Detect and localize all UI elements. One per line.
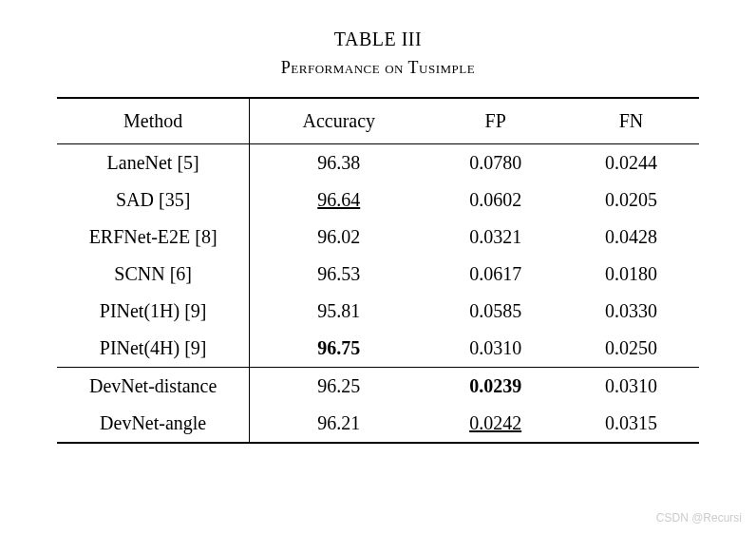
table-number: TABLE III [57, 29, 699, 50]
cell-accuracy: 96.75 [250, 330, 427, 368]
cell-method: LaneNet [5] [57, 144, 250, 182]
cell-fn: 0.0250 [563, 330, 699, 368]
cell-fp: 0.0310 [427, 330, 563, 368]
cell-fn: 0.0180 [563, 256, 699, 293]
cell-accuracy: 96.38 [250, 144, 427, 182]
header-fp: FP [427, 98, 563, 144]
performance-table: Method Accuracy FP FN LaneNet [5] 96.38 … [57, 97, 699, 444]
table-row: SCNN [6] 96.53 0.0617 0.0180 [57, 256, 699, 293]
cell-fn: 0.0428 [563, 219, 699, 256]
cell-accuracy: 96.21 [250, 405, 427, 443]
header-fn: FN [563, 98, 699, 144]
cell-fp: 0.0242 [427, 405, 563, 443]
table-row: PINet(4H) [9] 96.75 0.0310 0.0250 [57, 330, 699, 368]
cell-method: SAD [35] [57, 181, 250, 219]
cell-fp: 0.0617 [427, 256, 563, 293]
header-method: Method [57, 98, 250, 144]
watermark: CSDN @Recursi [656, 511, 742, 524]
cell-method: PINet(1H) [9] [57, 293, 250, 330]
header-accuracy: Accuracy [250, 98, 427, 144]
cell-fn: 0.0330 [563, 293, 699, 330]
cell-fp: 0.0585 [427, 293, 563, 330]
table-row: PINet(1H) [9] 95.81 0.0585 0.0330 [57, 293, 699, 330]
cell-accuracy: 96.53 [250, 256, 427, 293]
table-caption: Performance on Tusimple [57, 58, 699, 78]
cell-fn: 0.0315 [563, 405, 699, 443]
cell-accuracy: 95.81 [250, 293, 427, 330]
table-header-row: Method Accuracy FP FN [57, 98, 699, 144]
table-row: ERFNet-E2E [8] 96.02 0.0321 0.0428 [57, 219, 699, 256]
cell-accuracy: 96.25 [250, 368, 427, 406]
cell-fn: 0.0244 [563, 144, 699, 182]
cell-fp: 0.0780 [427, 144, 563, 182]
cell-accuracy: 96.64 [250, 181, 427, 219]
cell-method: PINet(4H) [9] [57, 330, 250, 368]
cell-fp: 0.0239 [427, 368, 563, 406]
table-row: DevNet-distance 96.25 0.0239 0.0310 [57, 368, 699, 406]
cell-fn: 0.0205 [563, 181, 699, 219]
table-row: LaneNet [5] 96.38 0.0780 0.0244 [57, 144, 699, 182]
cell-fp: 0.0321 [427, 219, 563, 256]
cell-fp: 0.0602 [427, 181, 563, 219]
cell-accuracy: 96.02 [250, 219, 427, 256]
table-row: SAD [35] 96.64 0.0602 0.0205 [57, 181, 699, 219]
cell-method: SCNN [6] [57, 256, 250, 293]
table-row: DevNet-angle 96.21 0.0242 0.0315 [57, 405, 699, 443]
cell-method: DevNet-angle [57, 405, 250, 443]
table-body-group2: DevNet-distance 96.25 0.0239 0.0310 DevN… [57, 368, 699, 444]
cell-fn: 0.0310 [563, 368, 699, 406]
cell-method: ERFNet-E2E [8] [57, 219, 250, 256]
table-body-group1: LaneNet [5] 96.38 0.0780 0.0244 SAD [35]… [57, 144, 699, 368]
cell-method: DevNet-distance [57, 368, 250, 406]
